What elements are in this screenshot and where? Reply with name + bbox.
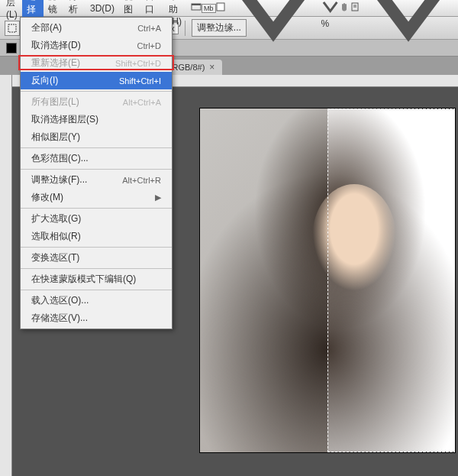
menu-item-label: 取消选择图层(S) bbox=[31, 113, 98, 126]
menu-separator bbox=[21, 208, 172, 209]
svg-rect-2 bbox=[217, 3, 224, 11]
menu-item-label: 反向(I) bbox=[31, 74, 58, 87]
menu-separator bbox=[21, 290, 172, 290]
menu-item[interactable]: 反向(I)Shift+Ctrl+I bbox=[21, 72, 172, 89]
menu-separator bbox=[21, 268, 172, 269]
ruler-vertical bbox=[0, 75, 12, 476]
svg-rect-1 bbox=[192, 4, 201, 5]
menu-item-shortcut: Ctrl+A bbox=[137, 24, 161, 33]
hand-icon[interactable] bbox=[339, 2, 350, 15]
menu-3d[interactable]: 3D(D) bbox=[85, 2, 119, 15]
menu-item[interactable]: 色彩范围(C)... bbox=[21, 150, 172, 167]
menu-item-shortcut: Alt+Ctrl+R bbox=[122, 176, 161, 185]
menu-item[interactable]: 取消选择图层(S) bbox=[21, 111, 172, 128]
mb-icon[interactable]: Mb bbox=[202, 4, 216, 13]
document[interactable] bbox=[200, 108, 455, 452]
menu-item-label: 存储选区(V)... bbox=[31, 312, 88, 325]
menu-item-shortcut: Shift+Ctrl+D bbox=[115, 59, 161, 68]
menu-item-label: 在快速蒙版模式下编辑(Q) bbox=[31, 273, 136, 286]
zoom-control: 66.7 % bbox=[321, 0, 339, 29]
menu-item-shortcut: Shift+Ctrl+I bbox=[119, 76, 161, 86]
menu-item-label: 选取相似(R) bbox=[31, 230, 81, 243]
svg-rect-6 bbox=[8, 24, 16, 32]
menu-item[interactable]: 全部(A)Ctrl+A bbox=[21, 19, 172, 37]
chevron-down-icon[interactable] bbox=[360, 0, 456, 57]
menu-item[interactable]: 存储选区(V)... bbox=[21, 309, 172, 327]
menu-item[interactable]: 在快速蒙版模式下编辑(Q) bbox=[21, 270, 172, 288]
doc-icon[interactable] bbox=[350, 2, 360, 15]
menu-separator bbox=[21, 91, 172, 92]
menu-separator bbox=[21, 247, 172, 248]
menu-item-shortcut: ▶ bbox=[155, 193, 161, 202]
screen-mode-icon[interactable] bbox=[216, 2, 225, 14]
select-menu-dropdown: 全部(A)Ctrl+A取消选择(D)Ctrl+D重新选择(E)Shift+Ctr… bbox=[20, 17, 173, 329]
chevron-down-icon[interactable] bbox=[321, 0, 339, 16]
menu-bar: 层(L) 选择(S) 滤镜(T) 分析(A) 3D(D) 视图(V) 窗口(W)… bbox=[0, 0, 458, 17]
chevron-down-icon[interactable] bbox=[225, 0, 321, 57]
menu-item-label: 调整边缘(F)... bbox=[31, 173, 87, 186]
menu-item[interactable]: 载入选区(O)... bbox=[21, 292, 172, 309]
menu-item-label: 扩大选取(G) bbox=[31, 212, 81, 225]
menu-item[interactable]: 相似图层(Y) bbox=[21, 128, 172, 146]
menu-item[interactable]: 修改(M)▶ bbox=[21, 189, 172, 206]
menu-item-label: 变换选区(T) bbox=[31, 251, 79, 264]
menu-item-label: 色彩范围(C)... bbox=[31, 152, 89, 165]
menu-layer[interactable]: 层(L) bbox=[2, 0, 22, 21]
menu-separator bbox=[21, 147, 172, 148]
menu-separator bbox=[21, 169, 172, 170]
menu-item-label: 重新选择(E) bbox=[31, 57, 80, 70]
menu-item[interactable]: 调整边缘(F)...Alt+Ctrl+R bbox=[21, 171, 172, 189]
workspace-icon[interactable] bbox=[191, 2, 202, 15]
menu-item[interactable]: 变换选区(T) bbox=[21, 249, 172, 267]
close-icon[interactable]: × bbox=[209, 62, 214, 73]
menu-item-label: 取消选择(D) bbox=[31, 39, 81, 52]
menu-item: 重新选择(E)Shift+Ctrl+D bbox=[21, 54, 172, 72]
menu-item-label: 载入选区(O)... bbox=[31, 294, 89, 307]
menu-item: 所有图层(L)Alt+Ctrl+A bbox=[21, 93, 172, 111]
marquee-tool-icon[interactable] bbox=[5, 21, 20, 36]
menu-item-label: 相似图层(Y) bbox=[31, 131, 80, 144]
percent-label: % bbox=[321, 18, 330, 29]
color-swatch[interactable] bbox=[6, 43, 17, 53]
menu-item-shortcut: Ctrl+D bbox=[137, 41, 161, 50]
menu-item-label: 所有图层(L) bbox=[31, 96, 79, 108]
menu-item-label: 全部(A) bbox=[31, 21, 62, 34]
selection-marquee bbox=[327, 108, 455, 452]
menu-item-shortcut: Alt+Ctrl+A bbox=[123, 98, 161, 107]
menu-item[interactable]: 扩大选取(G) bbox=[21, 210, 172, 228]
menu-item-label: 修改(M) bbox=[31, 191, 63, 204]
menu-item[interactable]: 选取相似(R) bbox=[21, 228, 172, 245]
menu-item[interactable]: 取消选择(D)Ctrl+D bbox=[21, 37, 172, 54]
